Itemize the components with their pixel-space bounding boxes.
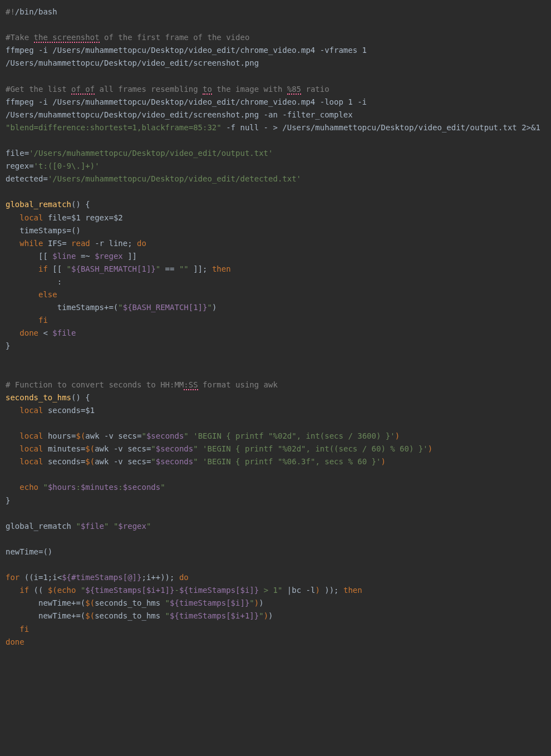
code-line: } — [6, 496, 10, 505]
code-line: detected='/Users/muhammettopcu/Desktop/v… — [6, 174, 301, 183]
code-line: local seconds=$(awk -v secs="$seconds" '… — [6, 457, 386, 466]
code-line: echo "$hours:$minutes:$seconds" — [6, 483, 165, 492]
code-line: #Take the screenshot of the first frame … — [6, 33, 249, 43]
code-line: regex='t:([0-9\.]+)' — [6, 161, 100, 170]
code-line: #Get the list of of all frames resemblin… — [6, 85, 329, 95]
code-line: if [[ "${BASH_REMATCH[1]}" == "" ]]; the… — [6, 264, 231, 273]
code-line: else — [6, 290, 57, 299]
code-line: seconds_to_hms() { — [6, 393, 90, 402]
code-line: global_rematch "$file" "$regex" — [6, 522, 151, 531]
code-line: for ((i=1;i<${#timeStamps[@]};i++)); do — [6, 573, 189, 582]
code-line: # Function to convert seconds to HH:MM:S… — [6, 380, 278, 390]
code-line: local minutes=$(awk -v secs="$seconds" '… — [6, 444, 432, 453]
code-line: local hours=$(awk -v secs="$seconds" 'BE… — [6, 431, 400, 440]
code-line: newTime=() — [6, 547, 52, 556]
code-line: done — [6, 637, 24, 646]
code-line: } — [6, 341, 10, 350]
code-line: fi — [6, 316, 48, 325]
code-line: ffmpeg -i /Users/muhammettopcu/Desktop/v… — [6, 46, 371, 67]
code-line: newTime+=($(seconds_to_hms "${timeStamps… — [6, 598, 264, 607]
code-line: [[ $line =~ $regex ]] — [6, 252, 137, 261]
code-line: local seconds=$1 — [6, 406, 95, 415]
code-line: done < $file — [6, 328, 76, 337]
code-line: #!/bin/bash — [6, 7, 57, 16]
code-line: while IFS= read -r line; do — [6, 239, 146, 248]
code-line: newTime+=($(seconds_to_hms "${timeStamps… — [6, 611, 273, 620]
code-line: timeStamps=() — [6, 226, 81, 235]
code-line: : — [6, 277, 62, 286]
code-line: fi — [6, 625, 29, 634]
code-line: file='/Users/muhammettopcu/Desktop/video… — [6, 149, 273, 158]
code-line: timeStamps+=("${BASH_REMATCH[1]}") — [6, 303, 217, 312]
code-line: global_rematch() { — [6, 200, 90, 209]
code-line: ffmpeg -i /Users/muhammettopcu/Desktop/v… — [6, 97, 540, 132]
code-line: local file=$1 regex=$2 — [6, 213, 123, 222]
code-editor[interactable]: #!/bin/bash #Take the screenshot of the … — [6, 6, 545, 649]
code-line: if (( $(echo "${timeStamps[$i+1]}-${time… — [6, 586, 362, 595]
